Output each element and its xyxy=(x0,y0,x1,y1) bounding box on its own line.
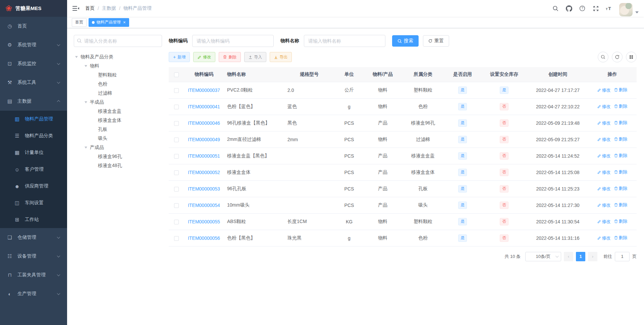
edit-link[interactable]: 修改 xyxy=(597,137,611,143)
material-code-link[interactable]: ITEM00000049 xyxy=(188,137,220,142)
row-checkbox[interactable] xyxy=(174,88,179,93)
fullscreen-icon[interactable] xyxy=(592,5,599,12)
sidebar-item-fixture-manage[interactable]: ⊓工装夹具管理 xyxy=(0,266,67,284)
goto-page-input[interactable] xyxy=(615,252,630,261)
tree-expand-icon[interactable] xyxy=(85,63,90,68)
edit-link[interactable]: 修改 xyxy=(597,120,611,126)
delete-link[interactable]: 删除 xyxy=(614,235,628,241)
material-code-link[interactable]: ITEM00000046 xyxy=(188,120,220,126)
sidebar-item-equipment-manage[interactable]: ☷设备管理 xyxy=(0,247,67,266)
close-icon[interactable]: × xyxy=(123,20,126,24)
tree-expand-icon[interactable] xyxy=(85,100,90,105)
tree-node[interactable]: 半成品 xyxy=(74,98,162,107)
material-name-input[interactable] xyxy=(304,35,385,47)
sidebar-item-customer-manage[interactable]: ☺客户管理 xyxy=(0,161,67,178)
edit-link[interactable]: 修改 xyxy=(597,87,611,93)
page-size-select[interactable]: 10条/页 xyxy=(525,252,561,261)
tree-expand-icon[interactable] xyxy=(75,54,80,59)
help-icon[interactable]: ? xyxy=(579,5,586,12)
tree-search-input[interactable] xyxy=(74,35,162,47)
sidebar-item-material-product-manage[interactable]: ▥物料产品管理 xyxy=(0,111,67,127)
sidebar-item-system-manage[interactable]: ⚙系统管理 xyxy=(0,36,67,54)
tree-node[interactable]: 塑料颗粒 xyxy=(74,70,162,79)
delete-link[interactable]: 删除 xyxy=(614,136,628,142)
edit-link[interactable]: 修改 xyxy=(597,169,611,175)
sidebar-item-system-monitor[interactable]: ⊡系统监控 xyxy=(0,54,67,73)
select-all-checkbox[interactable] xyxy=(174,72,179,77)
material-code-link[interactable]: ITEM00000037 xyxy=(188,88,220,93)
tree-node[interactable]: 色粉 xyxy=(74,79,162,89)
row-checkbox[interactable] xyxy=(174,236,179,241)
refresh-icon[interactable] xyxy=(612,52,623,62)
search-icon[interactable] xyxy=(552,5,559,12)
sidebar-item-measure-unit[interactable]: ▦计量单位 xyxy=(0,144,67,161)
sidebar-item-supplier-manage[interactable]: ☻供应商管理 xyxy=(0,178,67,195)
search-button[interactable]: 搜索 xyxy=(392,35,419,47)
tree-node[interactable]: 吸头 xyxy=(74,134,162,143)
tree-node[interactable]: 物料及产品分类 xyxy=(74,52,162,61)
material-code-link[interactable]: ITEM00000054 xyxy=(188,203,220,208)
row-checkbox[interactable] xyxy=(174,170,179,175)
delete-link[interactable]: 删除 xyxy=(614,103,628,109)
sidebar-item-warehouse-manage[interactable]: ❑仓储管理 xyxy=(0,228,67,247)
row-checkbox[interactable] xyxy=(174,220,179,224)
reset-button[interactable]: 重置 xyxy=(423,35,449,47)
tree-node[interactable]: 移液盒盒盖 xyxy=(74,107,162,116)
tree-node[interactable]: 孔板 xyxy=(74,125,162,134)
sidebar-item-workshop-setting[interactable]: ◫车间设置 xyxy=(0,195,67,211)
row-checkbox[interactable] xyxy=(174,187,179,192)
tree-node[interactable]: 过滤棉 xyxy=(74,89,162,98)
tree-expand-icon[interactable] xyxy=(85,145,90,150)
delete-link[interactable]: 删除 xyxy=(614,153,628,159)
edit-button[interactable]: 修改 xyxy=(193,52,215,62)
user-menu[interactable] xyxy=(619,3,639,16)
delete-link[interactable]: 删除 xyxy=(614,120,628,126)
row-checkbox[interactable] xyxy=(174,203,179,208)
delete-link[interactable]: 删除 xyxy=(614,169,628,175)
material-code-link[interactable]: ITEM00000051 xyxy=(188,153,220,159)
github-icon[interactable] xyxy=(566,5,572,12)
tree-node[interactable]: 移液盒48孔 xyxy=(74,161,162,170)
material-code-link[interactable]: ITEM00000041 xyxy=(188,104,220,109)
material-code-input[interactable] xyxy=(192,35,274,47)
sidebar-item-production-manage[interactable]: ◐生产管理 xyxy=(0,284,67,303)
next-page-button[interactable]: › xyxy=(588,252,597,261)
font-size-icon[interactable]: T T xyxy=(606,5,612,12)
material-code-link[interactable]: ITEM00000056 xyxy=(188,235,220,241)
delete-link[interactable]: 删除 xyxy=(614,202,628,208)
tree-node[interactable]: 移液盒96孔 xyxy=(74,152,162,161)
tree-node[interactable]: 移液盒盒体 xyxy=(74,116,162,125)
edit-link[interactable]: 修改 xyxy=(597,153,611,159)
edit-link[interactable]: 修改 xyxy=(597,219,611,225)
row-checkbox[interactable] xyxy=(174,154,179,159)
page-number-button[interactable]: 1 xyxy=(576,252,585,261)
avatar[interactable] xyxy=(619,3,633,16)
edit-link[interactable]: 修改 xyxy=(597,104,611,110)
material-code-link[interactable]: ITEM00000053 xyxy=(188,186,220,192)
import-button[interactable]: 导入 xyxy=(244,52,266,62)
prev-page-button[interactable]: ‹ xyxy=(564,252,573,261)
sidebar-item-workstation[interactable]: ⊞工作站 xyxy=(0,211,67,228)
edit-link[interactable]: 修改 xyxy=(597,235,611,241)
tree-node[interactable]: 产成品 xyxy=(74,143,162,152)
row-checkbox[interactable] xyxy=(174,121,179,126)
sidebar-item-material-product-category[interactable]: ☰物料产品分类 xyxy=(0,127,67,144)
sidebar-toggle-icon[interactable] xyxy=(72,5,80,11)
material-code-link[interactable]: ITEM00000052 xyxy=(188,170,220,175)
add-button[interactable]: + 新增 xyxy=(169,52,190,62)
show-search-icon[interactable] xyxy=(598,52,608,62)
tab-material-product-management[interactable]: 物料产品管理 × xyxy=(89,18,129,27)
export-button[interactable]: 导出 xyxy=(270,52,292,62)
columns-grid-icon[interactable] xyxy=(626,52,637,62)
delete-link[interactable]: 删除 xyxy=(614,185,628,192)
tab-home[interactable]: 首页 xyxy=(72,18,87,27)
delete-button[interactable]: 删除 xyxy=(219,52,241,62)
row-checkbox[interactable] xyxy=(174,105,179,109)
breadcrumb-master-data[interactable]: 主数据 xyxy=(102,5,116,11)
sidebar-item-home[interactable]: ◷首页 xyxy=(0,17,67,36)
tree-node[interactable]: 物料 xyxy=(74,61,162,70)
delete-link[interactable]: 删除 xyxy=(614,218,628,224)
row-checkbox[interactable] xyxy=(174,138,179,142)
edit-link[interactable]: 修改 xyxy=(597,186,611,192)
sidebar-item-master-data[interactable]: ▤主数据 xyxy=(0,92,67,111)
